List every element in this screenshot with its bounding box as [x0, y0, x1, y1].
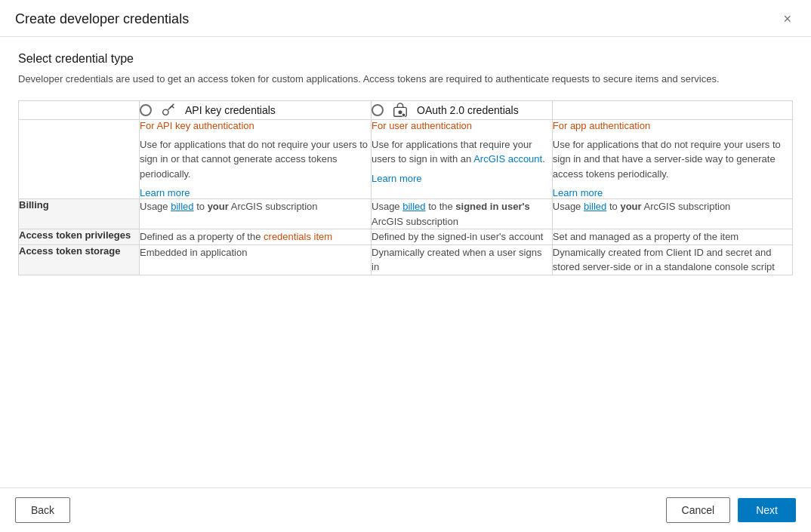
app-auth-label: For app authentication — [553, 120, 792, 131]
billing-text-col2: Usage billed to the signed in user's Arc… — [372, 199, 552, 229]
dialog-body: Select credential type Developer credent… — [0, 37, 811, 487]
svg-line-7 — [402, 114, 403, 115]
oauth-radio[interactable] — [372, 104, 384, 116]
access-token-storage-label: Access token storage — [19, 244, 140, 275]
access-token-privileges-label: Access token privileges — [19, 229, 140, 245]
dialog-footer: Back Cancel Next — [0, 487, 811, 532]
header-empty-cell — [19, 100, 140, 119]
billing-label: Billing — [19, 199, 140, 229]
auth-type-row: For API key authentication Use for appli… — [19, 119, 793, 199]
billing-col3: Usage billed to your ArcGIS subscription — [552, 199, 792, 229]
dialog-title: Create developer credentials — [15, 11, 189, 27]
billing-col1: Usage billed to your ArcGIS subscription — [140, 199, 372, 229]
storage-text-col1: Embedded in application — [140, 245, 371, 260]
api-key-icon — [159, 101, 177, 119]
user-auth-label: For user authentication — [372, 120, 552, 131]
cancel-button[interactable]: Cancel — [666, 497, 731, 523]
user-auth-text: Use for applications that require your u… — [372, 137, 552, 167]
storage-col1: Embedded in application — [140, 244, 372, 275]
privileges-text-col1: Defined as a property of the credentials… — [140, 229, 371, 244]
api-key-title: API key credentials — [185, 104, 276, 116]
api-key-auth-label: For API key authentication — [140, 120, 371, 131]
description-text: Developer credentials are used to get an… — [18, 72, 793, 87]
storage-text-col3: Dynamically created from Client ID and s… — [553, 245, 792, 275]
app-auth-learn-more[interactable]: Learn more — [553, 187, 603, 198]
oauth-header-cell: OAuth 2.0 credentials — [372, 100, 553, 119]
section-title: Select credential type — [18, 52, 793, 66]
billing-col2: Usage billed to the signed in user's Arc… — [372, 199, 553, 229]
privileges-text-col2: Defined by the signed-in user's account — [372, 229, 552, 244]
user-auth-learn-more[interactable]: Learn more — [372, 173, 421, 184]
credential-table: API key credentials — [18, 100, 793, 275]
billing-row: Billing Usage billed to your ArcGIS subs… — [19, 199, 793, 229]
svg-point-6 — [402, 113, 406, 117]
oauth-title: OAuth 2.0 credentials — [417, 104, 519, 116]
access-token-storage-row: Access token storage Embedded in applica… — [19, 244, 793, 275]
storage-col3: Dynamically created from Client ID and s… — [552, 244, 792, 275]
api-key-header-cell: API key credentials — [140, 100, 372, 119]
svg-point-0 — [163, 109, 168, 115]
billing-text-col1: Usage billed to your ArcGIS subscription — [140, 199, 371, 214]
svg-point-5 — [399, 110, 402, 113]
api-key-learn-more[interactable]: Learn more — [140, 187, 190, 198]
table-header-row: API key credentials — [19, 100, 793, 119]
privileges-text-col3: Set and managed as a property of the ite… — [553, 229, 792, 244]
dialog-header: Create developer credentials × — [0, 0, 811, 37]
storage-text-col2: Dynamically created when a user signs in — [372, 245, 552, 275]
privileges-col2: Defined by the signed-in user's account — [372, 229, 553, 245]
api-key-auth-text: Use for applications that do not require… — [140, 137, 371, 182]
footer-right-buttons: Cancel Next — [666, 497, 796, 523]
third-header-cell — [552, 100, 792, 119]
app-auth-cell: For app authentication Use for applicati… — [552, 119, 792, 199]
auth-type-label-cell — [19, 119, 140, 199]
oauth-icon — [391, 101, 409, 119]
user-auth-cell: For user authentication Use for applicat… — [372, 119, 553, 199]
back-button[interactable]: Back — [15, 497, 70, 523]
privileges-col3: Set and managed as a property of the ite… — [552, 229, 792, 245]
svg-line-3 — [170, 106, 172, 108]
close-button[interactable]: × — [779, 11, 796, 27]
privileges-col1: Defined as a property of the credentials… — [140, 229, 372, 245]
next-button[interactable]: Next — [738, 498, 796, 522]
api-key-auth-cell: For API key authentication Use for appli… — [140, 119, 372, 199]
storage-col2: Dynamically created when a user signs in — [372, 244, 553, 275]
billing-text-col3: Usage billed to your ArcGIS subscription — [553, 199, 792, 214]
access-token-privileges-row: Access token privileges Defined as a pro… — [19, 229, 793, 245]
api-key-radio[interactable] — [140, 104, 152, 116]
app-auth-text: Use for applications that do not require… — [553, 137, 792, 182]
